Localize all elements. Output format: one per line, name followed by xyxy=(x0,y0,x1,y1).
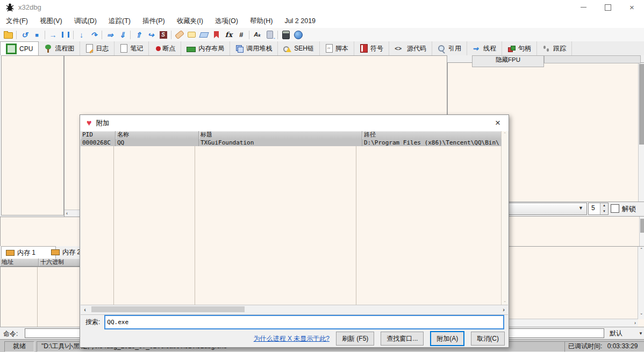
toolbar-separator xyxy=(16,31,17,39)
hash-button[interactable]: # xyxy=(235,29,247,41)
label-icon xyxy=(199,32,209,38)
tab-log[interactable]: 日志 xyxy=(80,41,115,55)
menu-options[interactable]: 选项(O) xyxy=(209,15,244,28)
rows-spinner[interactable]: 5 ▲▼ xyxy=(588,203,609,215)
view-tabbar: CPU 流程图 日志 笔记 断点 内存布局 调用堆栈 SEH链 脚本 符号 <>… xyxy=(0,41,644,56)
tab-source[interactable]: <>源代码 xyxy=(389,41,432,55)
cancel-button[interactable]: 取消(C) xyxy=(471,332,505,346)
column-header-title[interactable]: 标题 xyxy=(199,131,362,140)
registers-header xyxy=(544,55,641,63)
spinner-up-icon[interactable]: ▲ xyxy=(600,203,608,209)
case-sensitive-button[interactable]: Aₖ xyxy=(251,29,263,41)
bookmarks-button[interactable] xyxy=(210,29,223,41)
restart-button[interactable]: ↺ xyxy=(18,29,31,41)
tab-memory-map[interactable]: 内存布局 xyxy=(181,41,230,55)
open-file-button[interactable] xyxy=(2,29,15,41)
unlock-checkbox[interactable] xyxy=(611,204,619,213)
scroll-thumb[interactable] xyxy=(91,306,245,312)
info-vscrollbar[interactable] xyxy=(639,217,644,247)
scroll-right-icon[interactable]: › xyxy=(499,305,508,313)
restart-icon: ↺ xyxy=(22,31,28,39)
step-into-button[interactable]: ↓ xyxy=(75,29,88,41)
step-into-source-button[interactable]: ⇓ xyxy=(116,29,128,41)
toolbar-separator xyxy=(73,31,74,39)
scroll-left-icon[interactable]: ‹ xyxy=(66,211,68,216)
remote-debug-button[interactable] xyxy=(263,29,276,41)
scroll-thumb[interactable] xyxy=(639,64,644,145)
toolbar-separator xyxy=(102,31,102,39)
menu-plugins[interactable]: 插件(P) xyxy=(137,15,171,28)
run-to-user-code-icon: ⇒ xyxy=(107,31,113,39)
labels-button[interactable] xyxy=(198,29,210,41)
tab-label: 引用 xyxy=(448,44,461,53)
menu-view[interactable]: 视图(V) xyxy=(34,15,68,28)
tab-trace[interactable]: 跟踪 xyxy=(537,41,572,55)
close-button[interactable]: × xyxy=(620,0,644,15)
minimize-button[interactable] xyxy=(571,0,596,15)
tab-graph[interactable]: 流程图 xyxy=(39,41,80,55)
process-list-vscrollbar[interactable]: ˆ ˇ xyxy=(501,131,508,307)
calculator-button[interactable] xyxy=(280,29,292,41)
menu-favourites[interactable]: 收藏夹(I) xyxy=(171,15,209,28)
pause-button[interactable] xyxy=(59,29,71,41)
functions-button[interactable]: fx xyxy=(223,29,235,41)
tab-threads[interactable]: ⇝线程 xyxy=(467,41,502,55)
maximize-button[interactable] xyxy=(596,0,620,15)
stop-icon: ■ xyxy=(35,31,39,39)
tab-symbols[interactable]: 符号 xyxy=(354,41,389,55)
execute-till-return-button[interactable]: ⇑ xyxy=(132,29,145,41)
patches-button[interactable] xyxy=(173,29,185,41)
search-input[interactable] xyxy=(104,315,504,329)
chevron-down-icon: ▼ xyxy=(578,205,583,211)
seh-setup-button[interactable]: S xyxy=(157,29,169,41)
tab-handles[interactable]: 句柄 xyxy=(502,41,537,55)
menu-trace[interactable]: 追踪(T) xyxy=(103,15,137,28)
window-title: x32dbg xyxy=(18,3,41,11)
menu-file[interactable]: 文件(F) xyxy=(0,15,34,28)
log-icon xyxy=(86,44,93,53)
command-profile-combobox[interactable]: 默认 ▼ xyxy=(607,328,644,338)
internet-button[interactable] xyxy=(292,29,304,41)
attach-button[interactable]: 附加(A) xyxy=(430,331,464,346)
tab-breakpoints[interactable]: 断点 xyxy=(149,41,181,55)
column-header-pid[interactable]: PID xyxy=(81,131,116,140)
why-not-shown-link[interactable]: 为什么进程 X 未显示于此? xyxy=(254,334,330,343)
handles-icon xyxy=(507,45,516,53)
scroll-right-icon[interactable]: › xyxy=(634,321,636,326)
step-over-button[interactable]: ↷ xyxy=(88,29,100,41)
process-row-selected[interactable]: 0000268C QQ TXGuiFoundation D:\Program F… xyxy=(81,139,502,146)
menu-help[interactable]: 帮助(H) xyxy=(244,15,278,28)
tab-cpu[interactable]: CPU xyxy=(0,41,39,56)
attach-button-toolbar[interactable]: ↪ xyxy=(145,29,157,41)
dialog-close-icon[interactable]: × xyxy=(487,115,509,131)
tab-seh-chain[interactable]: SEH链 xyxy=(278,41,320,55)
scroll-up-icon[interactable]: ˆ xyxy=(504,132,506,137)
column-header-name[interactable]: 名称 xyxy=(116,131,199,140)
minimize-icon xyxy=(581,7,586,8)
scroll-thumb[interactable] xyxy=(640,219,644,233)
spinner-down-icon[interactable]: ▼ xyxy=(600,209,608,215)
scroll-down-icon[interactable]: ˇ xyxy=(638,313,644,318)
hide-fpu-button[interactable]: 隐藏FPU xyxy=(472,55,544,67)
memory-icon xyxy=(187,47,196,52)
tab-notes[interactable]: 笔记 xyxy=(115,41,149,55)
comments-button[interactable] xyxy=(185,29,198,41)
tab-call-stack[interactable]: 调用堆栈 xyxy=(230,41,278,55)
refresh-button[interactable]: 刷新 (F5) xyxy=(336,332,374,346)
tab-script[interactable]: 脚本 xyxy=(320,41,354,55)
scroll-up-icon[interactable]: ˆ xyxy=(638,248,644,253)
column-header-path[interactable]: 路径 xyxy=(362,131,502,140)
stack-vscrollbar[interactable]: ˆ ˇ xyxy=(638,247,644,319)
stop-button[interactable]: ■ xyxy=(31,29,43,41)
scroll-left-icon[interactable]: ‹ xyxy=(81,305,89,313)
tab-references[interactable]: 引用 xyxy=(432,41,467,55)
titlebar: x32dbg × xyxy=(0,0,644,15)
run-to-user-code-button[interactable]: ⇒ xyxy=(104,29,116,41)
registers-vscrollbar[interactable] xyxy=(638,63,644,202)
hash-icon: # xyxy=(239,31,243,39)
process-path: D:\Program Files (x86)\Tencent\QQ\Bin\ xyxy=(362,139,502,146)
menu-debug[interactable]: 调试(D) xyxy=(68,15,103,28)
dialog-buttons: 为什么进程 X 未显示于此? 刷新 (F5) 查找窗口... 附加(A) 取消(… xyxy=(80,330,509,347)
run-button[interactable]: → xyxy=(47,29,59,41)
find-window-button[interactable]: 查找窗口... xyxy=(381,332,424,346)
